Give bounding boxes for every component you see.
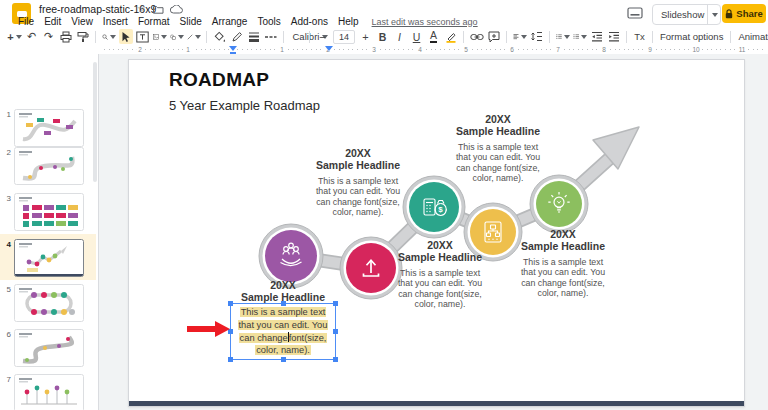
new-slide-button[interactable]: +: [8, 29, 22, 44]
menu-item-addons[interactable]: Add-ons: [286, 16, 333, 27]
line-spacing-button[interactable]: [530, 29, 544, 44]
star-icon[interactable]: ☆: [137, 4, 146, 14]
slideshow-dropdown[interactable]: [707, 5, 722, 24]
milestone-headline[interactable]: Sample Headline: [303, 159, 413, 171]
left-indent-marker[interactable]: [229, 46, 237, 51]
milestone-text-block[interactable]: 20XXSample HeadlineThis is a sample text…: [228, 279, 338, 360]
milestone-circle[interactable]: [530, 175, 588, 233]
filmstrip-scrollbar[interactable]: [93, 62, 97, 182]
milestone-headline[interactable]: Sample Headline: [443, 125, 553, 137]
selection-handle[interactable]: [228, 301, 233, 306]
insert-image-button[interactable]: [153, 29, 167, 44]
last-edit-link[interactable]: Last edit was seconds ago: [372, 17, 478, 27]
menu-item-edit[interactable]: Edit: [39, 16, 66, 27]
milestone-text-block[interactable]: 20XXSample HeadlineThis is a sample text…: [443, 113, 553, 184]
milestone-headline[interactable]: Sample Headline: [508, 240, 618, 252]
milestone-text-block[interactable]: 20XXSample HeadlineThis is a sample text…: [385, 239, 495, 310]
undo-icon: ↶: [27, 30, 36, 43]
zoom-button[interactable]: [102, 29, 116, 44]
textbox-button[interactable]: [136, 29, 150, 44]
increase-indent-button[interactable]: [607, 29, 621, 44]
border-color-button[interactable]: [230, 29, 244, 44]
slideshow-button[interactable]: Slideshow: [652, 4, 721, 25]
menu-item-insert[interactable]: Insert: [98, 16, 133, 27]
undo-button[interactable]: ↶: [25, 29, 39, 44]
annotation-arrow[interactable]: [187, 321, 230, 337]
menu-item-view[interactable]: View: [66, 16, 98, 27]
selection-handle[interactable]: [281, 357, 286, 362]
milestone-body[interactable]: This is a sample textthat you can edit. …: [443, 142, 553, 184]
selection-handle[interactable]: [333, 357, 338, 362]
bold-button[interactable]: B: [376, 29, 390, 44]
milestone-text-block[interactable]: 20XXSample HeadlineThis is a sample text…: [303, 147, 413, 218]
animate-button[interactable]: Animate: [738, 31, 768, 42]
selection-handle[interactable]: [228, 357, 233, 362]
roadmap-graphic[interactable]: $: [129, 60, 744, 406]
underline-button[interactable]: U: [410, 29, 424, 44]
numbered-list-button[interactable]: [573, 29, 587, 44]
slide-thumbnail-2[interactable]: [14, 147, 84, 185]
milestone-body[interactable]: This is a sample textthat you can edit. …: [385, 268, 495, 310]
border-weight-button[interactable]: [247, 29, 261, 44]
comment-history-button[interactable]: [627, 6, 644, 20]
insert-comment-button[interactable]: [487, 29, 501, 44]
textbox-icon: [136, 31, 149, 43]
menu-item-help[interactable]: Help: [333, 16, 364, 27]
select-tool-button[interactable]: [119, 29, 133, 44]
paint-format-button[interactable]: [76, 29, 90, 44]
slide-thumbnail-7[interactable]: [14, 374, 84, 410]
slide-thumbnail-6[interactable]: [14, 329, 84, 367]
menu-item-format[interactable]: Format: [133, 16, 175, 27]
format-options-button[interactable]: Format options: [660, 31, 723, 42]
menu-item-file[interactable]: File: [13, 16, 39, 27]
milestone-year[interactable]: 20XX: [443, 113, 553, 125]
text-color-button[interactable]: A: [427, 29, 441, 44]
selection-handle[interactable]: [281, 301, 286, 306]
insert-line-button[interactable]: [187, 29, 201, 44]
insert-link-button[interactable]: [470, 29, 484, 44]
milestone-body[interactable]: This is a sample textthat you can edit. …: [303, 176, 413, 218]
ruler-label: 1: [278, 46, 286, 54]
redo-button[interactable]: ↷: [42, 29, 56, 44]
ruler-label: 6: [508, 46, 516, 54]
font-family-select[interactable]: Calibri: [290, 29, 304, 44]
selection-handle[interactable]: [333, 329, 338, 334]
menu-item-arrange[interactable]: Arrange: [207, 16, 253, 27]
clear-formatting-icon: Tx: [634, 31, 645, 42]
slide-thumbnail-5[interactable]: [14, 284, 84, 322]
print-button[interactable]: [59, 29, 73, 44]
titlebar: free-roadmap-static-16x9 ☆ FileEditViewI…: [0, 0, 768, 28]
slide-thumbnail-1[interactable]: [14, 109, 84, 147]
selection-handle[interactable]: [333, 301, 338, 306]
milestone-year[interactable]: 20XX: [385, 239, 495, 251]
selected-text-box[interactable]: This is a sample textthat you can edit. …: [230, 303, 336, 360]
align-button[interactable]: [513, 29, 527, 44]
milestone-year[interactable]: 20XX: [228, 279, 338, 291]
highlight-color-button[interactable]: [444, 29, 458, 44]
slide-thumbnail-3[interactable]: [14, 193, 84, 231]
milestone-year[interactable]: 20XX: [303, 147, 413, 159]
google-slides-window: free-roadmap-static-16x9 ☆ FileEditViewI…: [0, 0, 768, 410]
milestone-body[interactable]: This is a sample textthat you can edit. …: [508, 257, 618, 299]
link-icon: [470, 33, 484, 41]
share-button[interactable]: Share: [722, 4, 766, 23]
decrease-font-size-button[interactable]: −: [316, 29, 330, 44]
slide-filmstrip: 1234567: [0, 54, 99, 410]
decrease-indent-button[interactable]: [590, 29, 604, 44]
italic-button[interactable]: I: [393, 29, 407, 44]
clear-formatting-button[interactable]: Tx: [633, 29, 647, 44]
right-indent-marker[interactable]: [325, 46, 333, 51]
milestone-year[interactable]: 20XX: [508, 228, 618, 240]
font-size-input[interactable]: 14: [333, 30, 355, 44]
slide-thumbnail-4[interactable]: [14, 239, 84, 277]
menu-item-slide[interactable]: Slide: [175, 16, 207, 27]
border-dash-button[interactable]: [264, 29, 278, 44]
insert-shape-button[interactable]: [170, 29, 184, 44]
milestone-headline[interactable]: Sample Headline: [385, 251, 495, 263]
menu-item-tools[interactable]: Tools: [252, 16, 285, 27]
fill-color-button[interactable]: [213, 29, 227, 44]
milestone-text-block[interactable]: 20XXSample HeadlineThis is a sample text…: [508, 228, 618, 299]
increase-font-size-button[interactable]: +: [359, 29, 373, 44]
bulleted-list-button[interactable]: [556, 29, 570, 44]
slide-canvas[interactable]: ROADMAP 5 Year Example Roadmap $ 20XXSam…: [128, 59, 745, 407]
